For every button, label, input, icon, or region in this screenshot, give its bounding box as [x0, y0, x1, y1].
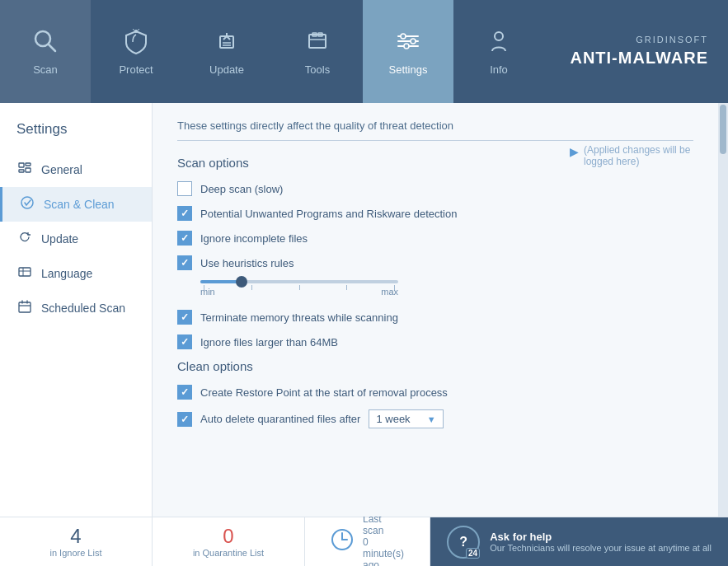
changes-note-text: (Applied changes will be logged here)	[584, 144, 702, 167]
nav-protect-label: Protect	[119, 63, 153, 76]
pup-label: Potential Unwanted Programs and Riskware…	[200, 208, 457, 220]
tick1	[204, 285, 204, 290]
sidebar-item-general[interactable]: General	[0, 152, 152, 187]
ignore-list-stat: 4 in Ignore List	[0, 517, 153, 566]
deep-scan-checkbox[interactable]	[177, 181, 192, 196]
last-scan-area: Last scan 0 minute(s) ago	[305, 517, 430, 566]
tick3	[299, 285, 300, 290]
pup-checkbox[interactable]	[177, 206, 192, 221]
protect-nav-icon	[123, 28, 149, 58]
nav-settings[interactable]: Settings	[363, 0, 453, 103]
tick4	[346, 285, 347, 290]
slider-track[interactable]	[200, 280, 398, 283]
ignore-count: 4	[70, 526, 81, 546]
svg-point-15	[411, 39, 416, 44]
auto-delete-label: Auto delete quarantined files after	[200, 413, 360, 425]
update-sidebar-label: Update	[41, 232, 78, 246]
main-area: Settings General Scan & Clean	[0, 103, 728, 517]
tools-nav-icon	[304, 28, 331, 58]
sidebar-item-scan-clean[interactable]: Scan & Clean	[0, 187, 152, 222]
svg-rect-26	[19, 302, 31, 312]
auto-delete-dropdown[interactable]: 1 week ▼	[369, 409, 443, 428]
help-question-mark: ?	[459, 535, 467, 550]
general-icon	[16, 161, 33, 179]
svg-rect-3	[220, 36, 233, 48]
svg-rect-23	[19, 268, 31, 276]
help-subtitle: Our Technicians will resolve your issue …	[490, 543, 712, 553]
dropdown-value: 1 week	[376, 413, 410, 425]
scheduled-scan-icon	[16, 299, 33, 317]
quarantine-count: 0	[223, 526, 233, 546]
help-title: Ask for help	[490, 531, 712, 543]
language-label: Language	[41, 267, 92, 280]
brand-name: ANTI-MALWARE	[570, 46, 708, 69]
large-files-checkbox[interactable]	[177, 334, 192, 349]
nav-scan-label: Scan	[33, 63, 58, 76]
auto-delete-option: Auto delete quarantined files after 1 we…	[177, 409, 693, 428]
svg-point-17	[495, 32, 503, 40]
restore-point-checkbox[interactable]	[177, 385, 192, 400]
ignore-incomplete-checkbox[interactable]	[177, 231, 192, 246]
help-icon[interactable]: ? 24	[447, 526, 480, 559]
settings-nav-icon	[395, 28, 421, 58]
svg-line-1	[49, 44, 55, 51]
large-files-label: Ignore files larger than 64MB	[200, 336, 338, 348]
changes-note: ▶ (Applied changes will be logged here)	[570, 144, 702, 167]
ignore-incomplete-option: Ignore incomplete files	[177, 231, 693, 246]
help-text: Ask for help Our Technicians will resolv…	[490, 531, 712, 553]
svg-point-22	[21, 197, 33, 208]
heuristics-checkbox[interactable]	[177, 255, 192, 270]
last-scan-time: 0 minute(s) ago	[363, 536, 405, 567]
svg-rect-18	[19, 163, 24, 167]
auto-delete-checkbox[interactable]	[177, 412, 192, 427]
nav-tools-label: Tools	[305, 63, 330, 76]
scan-clean-label: Scan & Clean	[44, 198, 115, 211]
last-scan-info: Last scan 0 minute(s) ago	[363, 513, 405, 567]
sidebar-item-update[interactable]: Update	[0, 222, 152, 256]
bottom-bar: 4 in Ignore List 0 in Quarantine List La…	[0, 517, 728, 566]
restore-point-label: Create Restore Point at the start of rem…	[200, 386, 448, 399]
heuristics-slider-container: min max	[200, 280, 693, 297]
nav-update-label: Update	[209, 63, 244, 76]
svg-rect-7	[309, 35, 326, 48]
sidebar: Settings General Scan & Clean	[0, 103, 153, 517]
scrollbar[interactable]	[718, 103, 728, 517]
large-files-option: Ignore files larger than 64MB	[177, 334, 693, 349]
nav-settings-label: Settings	[389, 63, 428, 76]
ignore-label: in Ignore List	[50, 548, 102, 558]
nav-update[interactable]: Update	[181, 0, 272, 103]
sidebar-title: Settings	[0, 111, 152, 152]
top-navigation: Scan Protect Update	[0, 0, 728, 103]
nav-protect[interactable]: Protect	[91, 0, 181, 103]
nav-info[interactable]: Info	[453, 0, 544, 103]
svg-rect-21	[19, 170, 24, 172]
update-nav-icon	[214, 28, 240, 58]
quarantine-label: in Quarantine List	[193, 548, 264, 558]
nav-tools[interactable]: Tools	[272, 0, 363, 103]
scan-clean-icon	[19, 195, 35, 213]
clean-section-title: Clean options	[177, 359, 693, 373]
nav-scan[interactable]: Scan	[0, 0, 91, 103]
sidebar-item-language[interactable]: Language	[0, 256, 152, 291]
scrollbar-thumb[interactable]	[720, 105, 726, 154]
heuristics-option: Use heuristics rules	[177, 255, 693, 270]
deep-scan-label: Deep scan (slow)	[200, 183, 283, 195]
pup-option: Potential Unwanted Programs and Riskware…	[177, 206, 693, 221]
update-sidebar-icon	[16, 230, 33, 248]
scan-nav-icon	[32, 28, 59, 58]
terminate-label: Terminate memory threats while scanning	[200, 311, 398, 324]
help-24-label: 24	[466, 548, 480, 559]
help-area: ? 24 Ask for help Our Technicians will r…	[430, 517, 728, 566]
nav-info-label: Info	[490, 63, 508, 76]
language-icon	[16, 264, 33, 283]
last-scan-icon	[330, 527, 355, 557]
sidebar-item-scheduled-scan[interactable]: Scheduled Scan	[0, 291, 152, 325]
ignore-incomplete-label: Ignore incomplete files	[200, 232, 308, 245]
svg-rect-20	[26, 168, 31, 172]
terminate-option: Terminate memory threats while scanning	[177, 310, 693, 325]
heuristics-label: Use heuristics rules	[200, 257, 294, 269]
terminate-checkbox[interactable]	[177, 310, 192, 325]
brand-subtitle: GRIDINSOFT	[570, 34, 708, 46]
changes-arrow-icon: ▶	[570, 145, 579, 158]
content-area: These settings directly affect the quali…	[153, 103, 718, 517]
